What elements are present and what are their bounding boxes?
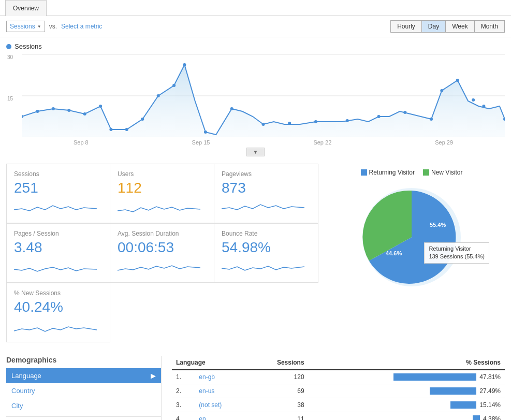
sparkline-pageviews [222,199,304,215]
sessions-cell: 69 [248,384,309,398]
table-header-row: Language Sessions % Sessions [172,356,505,370]
metric-bounce-rate: Bounce Rate 54.98% [214,223,318,283]
metric-pageviews: Pageviews 873 [214,164,318,223]
svg-point-8 [83,112,86,115]
legend-returning-label: Returning Visitor [369,169,415,176]
col-pct-sessions: % Sessions [309,356,505,370]
svg-point-26 [456,79,459,82]
demo-item-country[interactable]: Country [6,383,161,398]
svg-point-5 [36,110,39,113]
metric-pageviews-label: Pageviews [222,170,311,178]
legend-new-label: New Visitor [431,169,462,176]
rank-cell: 4. [172,412,195,421]
svg-point-7 [67,109,70,112]
sessions-legend: Sessions [6,42,505,50]
sessions-cell: 38 [248,398,309,412]
sessions-cell: 11 [248,412,309,421]
metric-avg-session-label: Avg. Session Duration [118,230,207,237]
sessions-dot [6,44,11,49]
time-btn-week[interactable]: Week [446,20,474,33]
col-sessions: Sessions [248,356,309,370]
collapse-btn[interactable]: ▼ [6,146,505,158]
metric-new-sessions-value: 40.24% [14,299,103,315]
language-cell[interactable]: en-us [195,384,247,398]
metrics-row-3: % New Sessions 40.24% [6,283,318,342]
sparkline-avg-session [118,259,200,274]
y-axis: 30 15 [7,54,13,137]
collapse-icon[interactable]: ▼ [246,148,265,156]
pie-tooltip-sessions: 139 Sessions (55.4%) [429,253,485,260]
svg-point-17 [230,107,233,110]
metrics-area: Sessions 251 Users 112 Pageviews 873 [6,164,318,342]
y-label-30: 30 [7,54,13,60]
svg-text:55.4%: 55.4% [430,222,446,228]
bar-cell: 27.49% [309,384,505,398]
language-cell[interactable]: (not set) [195,398,247,412]
demo-item-city[interactable]: City [6,398,161,413]
svg-point-11 [125,128,128,131]
sessions-legend-label: Sessions [14,42,42,50]
demographics-left: Demographics Language ▶ Country City Sys… [6,356,162,420]
language-cell[interactable]: en [195,412,247,421]
sessions-bar [430,387,476,395]
pie-legend: Returning Visitor New Visitor [324,169,500,176]
svg-point-24 [430,118,433,121]
tab-bar: Overview [0,0,511,16]
demo-item-language[interactable]: Language ▶ [6,368,161,383]
svg-point-28 [482,105,485,108]
table-row: 4. en 11 4.38% [172,412,505,421]
metric-avg-session: Avg. Session Duration 00:06:53 [110,223,214,283]
bar-cell: 4.38% [309,412,505,421]
select-metric-link[interactable]: Select a metric [61,23,102,30]
tab-overview[interactable]: Overview [5,0,47,16]
demo-country-label: Country [11,387,35,395]
metric-users: Users 112 [110,164,214,223]
time-btn-hourly[interactable]: Hourly [390,20,422,33]
pie-chart: 55.4% 44.6% [355,180,469,294]
language-table: Language Sessions % Sessions 1. en-gb 12… [172,356,505,420]
x-label-sep15: Sep 15 [192,139,210,146]
table-row: 3. (not set) 38 15.14% [172,398,505,412]
pie-section: Returning Visitor New Visitor 55.4% 44. [318,164,505,342]
time-buttons-group: Hourly Day Week Month [390,20,505,33]
rank-cell: 1. [172,370,195,384]
sessions-dropdown-btn[interactable]: Sessions ▼ [6,21,45,32]
sessions-cell: 120 [248,370,309,384]
svg-point-20 [314,120,317,123]
tab-overview-label: Overview [13,5,39,12]
metric-sessions-label: Sessions [14,170,103,178]
x-label-sep8: Sep 8 [74,139,89,146]
metric-sessions-value: 251 [14,180,103,196]
language-cell[interactable]: en-gb [195,370,247,384]
rank-cell: 2. [172,384,195,398]
metric-users-value: 112 [118,180,207,196]
sessions-dropdown[interactable]: Sessions ▼ [6,21,45,32]
demographics-title: Demographics [6,356,161,364]
chart-area: Sessions 30 15 [0,37,511,158]
x-label-sep29: Sep 29 [435,139,453,146]
svg-point-22 [377,115,381,118]
sparkline-users [118,199,200,215]
demographics-section: Demographics Language ▶ Country City Sys… [0,347,511,420]
svg-point-15 [183,63,186,66]
y-label-15: 15 [7,96,13,102]
sessions-bar [393,373,476,381]
svg-point-23 [403,111,406,114]
table-row: 2. en-us 69 27.49% [172,384,505,398]
metric-pages-session: Pages / Session 3.48 [6,223,110,283]
time-btn-day[interactable]: Day [422,20,446,33]
time-btn-month[interactable]: Month [475,20,505,33]
svg-point-13 [157,94,160,97]
metric-pageviews-value: 873 [222,180,311,196]
demo-city-label: City [11,402,23,410]
demo-language-arrow: ▶ [151,372,156,380]
metric-new-sessions-label: % New Sessions [14,289,103,297]
bar-cell: 15.14% [309,398,505,412]
bar-cell: 47.81% [309,370,505,384]
table-body: 1. en-gb 120 47.81% 2. en-us 69 27.49% 3… [172,370,505,420]
svg-point-12 [141,118,144,121]
legend-returning-dot [361,169,367,176]
metric-pages-session-value: 3.48 [14,239,103,256]
pie-tooltip: Returning Visitor 139 Sessions (55.4%) [424,242,489,264]
rank-cell: 3. [172,398,195,412]
